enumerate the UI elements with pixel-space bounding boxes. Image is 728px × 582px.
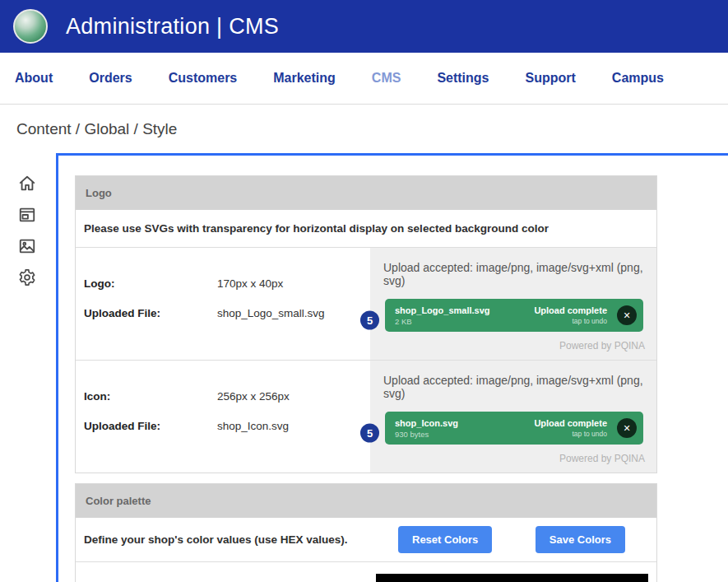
upload-undo-hint: tap to undo (534, 430, 607, 438)
logo-section: Logo Please use SVGs with transparency f… (75, 175, 657, 473)
content-area: Logo Please use SVGs with transparency f… (0, 153, 728, 582)
upload-file-info: shop_Logo_small.svg 2 KB (395, 305, 490, 326)
icon-info: Icon:256px x 256px Uploaded File:shop_Ic… (76, 361, 370, 473)
home-icon[interactable] (18, 175, 36, 193)
app-logo-icon[interactable] (13, 9, 48, 44)
icon-upload-row: Icon:256px x 256px Uploaded File:shop_Ic… (76, 361, 656, 473)
icon-label: Icon: (84, 390, 217, 403)
app-header: Administration | CMS (0, 0, 728, 53)
close-icon[interactable]: ✕ (617, 418, 637, 438)
logo-size-value: 170px x 40px (217, 277, 283, 290)
step-badge: 5 (360, 424, 379, 443)
logo-section-title: Logo (76, 176, 656, 210)
color-section-title: Color palette (76, 484, 656, 518)
nav-item-about[interactable]: About (15, 71, 53, 86)
main-panel: Logo Please use SVGs with transparency f… (56, 153, 728, 582)
uploaded-file-label: Uploaded File: (84, 307, 217, 319)
nav-item-customers[interactable]: Customers (169, 71, 238, 86)
breadcrumb-text: Content / Global / Style (16, 120, 177, 138)
upload-status-info: Upload complete tap to undo (534, 418, 607, 438)
upload-status: Upload complete (534, 418, 607, 428)
nav-item-cms[interactable]: CMS (372, 71, 401, 86)
logo-info: Logo:170px x 40px Uploaded File:shop_Log… (76, 248, 370, 360)
upload-status: Upload complete (534, 305, 607, 315)
powered-by-label: Powered by PQINA (383, 332, 645, 352)
nav-item-settings[interactable]: Settings (437, 71, 489, 86)
color-action-buttons: Reset Colors Save Colors (370, 526, 656, 553)
logo-label: Logo: (84, 277, 217, 290)
uploaded-file-value: shop_Icon.svg (217, 420, 289, 432)
upload-status-info: Upload complete tap to undo (534, 305, 607, 325)
nav-item-orders[interactable]: Orders (89, 71, 132, 86)
settings-gear-icon[interactable] (18, 268, 36, 286)
nav-item-support[interactable]: Support (526, 71, 576, 86)
upload-hint: Upload accepted: image/png, image/svg+xm… (383, 261, 645, 287)
logo-upload-zone[interactable]: Upload accepted: image/png, image/svg+xm… (370, 248, 656, 360)
upload-filesize: 930 bytes (395, 430, 458, 439)
app-title: Administration | CMS (66, 14, 279, 40)
pick-color-button[interactable]: Pick Color (376, 574, 648, 582)
media-icon[interactable] (18, 237, 36, 255)
upload-hint: Upload accepted: image/png, image/svg+xm… (383, 374, 645, 400)
uploaded-file-value: shop_Logo_small.svg (217, 307, 325, 319)
upload-file-info: shop_Icon.svg 930 bytes (395, 418, 458, 439)
icon-size-value: 256px x 256px (217, 390, 290, 403)
step-badge: 5 (360, 311, 379, 330)
logo-section-note: Please use SVGs with transparency for ho… (76, 210, 656, 248)
pick-color-cell: Pick Color (370, 574, 656, 582)
upload-undo-hint: tap to undo (534, 317, 607, 325)
save-colors-button[interactable]: Save Colors (536, 526, 625, 553)
main-nav: About Orders Customers Marketing CMS Set… (0, 53, 728, 105)
upload-filename: shop_Logo_small.svg (395, 305, 490, 315)
upload-filename: shop_Icon.svg (395, 418, 458, 428)
color-define-row: Define your shop's color values (use HEX… (76, 518, 656, 562)
color-row-black: Black Pick Color (76, 562, 656, 582)
close-icon[interactable]: ✕ (617, 305, 637, 325)
icon-upload-zone[interactable]: Upload accepted: image/png, image/svg+xm… (370, 361, 656, 473)
nav-item-campus[interactable]: Campus (612, 71, 664, 86)
tool-sidebar (0, 153, 56, 582)
upload-complete-bar: shop_Logo_small.svg 2 KB Upload complete… (385, 299, 643, 332)
reset-colors-button[interactable]: Reset Colors (398, 526, 492, 553)
color-palette-section: Color palette Define your shop's color v… (75, 483, 657, 582)
powered-by-label: Powered by PQINA (383, 445, 645, 464)
pages-icon[interactable] (18, 206, 36, 224)
upload-filesize: 2 KB (395, 317, 490, 326)
logo-upload-row: Logo:170px x 40px Uploaded File:shop_Log… (76, 248, 656, 361)
nav-item-marketing[interactable]: Marketing (273, 71, 336, 86)
upload-complete-bar: shop_Icon.svg 930 bytes Upload complete … (385, 412, 643, 445)
breadcrumb: Content / Global / Style (0, 105, 728, 153)
page: Administration | CMS About Orders Custom… (0, 0, 728, 582)
uploaded-file-label: Uploaded File: (84, 420, 217, 432)
color-define-note: Define your shop's color values (use HEX… (76, 533, 370, 546)
